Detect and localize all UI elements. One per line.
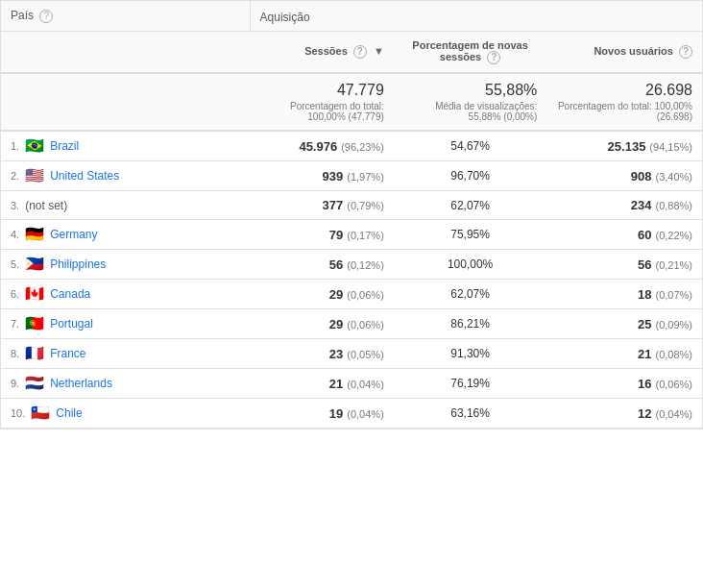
sessoes-pct: (0,04%) [347,408,384,420]
country-flag: 🇧🇷 [25,138,44,154]
novos-pct: (0,07%) [655,289,692,301]
sessoes-pct: (0,04%) [347,379,384,390]
country-cell-7: 7.🇵🇹Portugal [1,309,250,339]
sessoes-subheader[interactable]: Sessões ? ▼ [250,32,394,74]
country-flag: 🇵🇭 [25,257,44,272]
sessoes-cell: 29(0,06%) [250,280,394,309]
country-cell-3: 3.(not set) [1,191,250,220]
sessoes-pct: (0,06%) [347,319,384,331]
porcent-novas-subheader[interactable]: Porcentagem de novas sessões ? [394,32,547,74]
sessoes-value: 939 [323,169,344,184]
country-flag: 🇫🇷 [25,346,44,361]
sessoes-value: 19 [329,406,343,421]
row-number: 3. [11,200,19,211]
sessoes-cell: 939(1,97%) [250,161,394,191]
sessoes-help-icon[interactable]: ? [353,45,367,59]
country-link[interactable]: Germany [50,228,97,241]
novos-value: 12 [638,406,651,421]
porcent-novas-cell: 62,07% [394,191,547,220]
sessoes-cell: 23(0,05%) [250,339,394,369]
totals-novos: 26.698 Porcentagem do total: 100,00% (26… [546,73,702,131]
sessoes-pct: (0,06%) [347,289,384,301]
country-link[interactable]: Netherlands [50,377,112,390]
totals-row: 47.779 Porcentagem do total: 100,00% (47… [1,73,702,131]
row-number: 6. [11,288,19,300]
porcent-novas-cell: 75,95% [394,220,547,250]
table-row: 2.🇺🇸United States939(1,97%)96,70%908(3,4… [1,161,702,191]
novos-pct: (0,04%) [655,408,692,420]
country-flag: 🇺🇸 [25,168,44,184]
country-cell-8: 8.🇫🇷France [1,339,250,369]
novos-value: 908 [631,169,652,184]
novos-value: 16 [638,377,651,391]
porcent-novas-cell: 86,21% [394,309,547,339]
sessoes-cell: 377(0,79%) [250,191,394,220]
row-number: 2. [11,170,19,182]
sessoes-pct: (0,12%) [347,259,384,271]
country-name: (not set) [25,199,67,212]
novos-pct: (0,09%) [655,319,692,331]
novos-pct: (94,15%) [649,141,692,153]
row-number: 1. [11,140,19,152]
country-cell-2: 2.🇺🇸United States [1,161,250,191]
porcent-novas-help-icon[interactable]: ? [487,51,500,64]
pais-help-icon[interactable]: ? [39,10,53,23]
novos-usuarios-help-icon[interactable]: ? [679,45,692,59]
analytics-table: País ? Aquisição Sessões ? ▼ Porcentagem… [0,0,703,429]
sessoes-pct: (0,05%) [347,349,384,360]
novos-usuarios-subheader[interactable]: Novos usuários ? [546,32,702,74]
country-link[interactable]: Portugal [50,317,93,331]
novos-cell: 25.135(94,15%) [546,131,702,161]
country-link[interactable]: Brazil [50,139,79,153]
country-link[interactable]: Philippines [50,257,106,271]
sessoes-pct: (1,97%) [347,171,384,183]
porcent-novas-cell: 54,67% [394,131,547,161]
country-link[interactable]: United States [50,169,119,183]
novos-cell: 25(0,09%) [546,309,702,339]
porcent-novas-cell: 76,19% [394,369,547,399]
country-link[interactable]: Chile [56,406,82,420]
sessoes-pct: (0,79%) [347,200,384,211]
porcent-novas-cell: 91,30% [394,339,547,369]
sessoes-value: 79 [329,228,343,242]
novos-pct: (0,88%) [655,200,692,211]
table-row: 6.🇨🇦Canada29(0,06%)62,07%18(0,07%) [1,280,702,309]
country-link[interactable]: France [50,347,85,360]
sessoes-pct: (96,23%) [341,141,384,153]
novos-cell: 12(0,04%) [546,399,702,429]
aquisicao-header: Aquisição [250,1,702,32]
pais-subheader [1,32,250,74]
country-cell-9: 9.🇳🇱Netherlands [1,369,250,399]
novos-value: 25.135 [608,139,646,154]
row-number: 4. [11,229,19,240]
sessoes-value: 21 [329,377,343,391]
table-row: 10.🇨🇱Chile19(0,04%)63,16%12(0,04%) [1,399,702,429]
sessoes-cell: 45.976(96,23%) [250,131,394,161]
porcent-novas-cell: 63,16% [394,399,547,429]
sessoes-value: 29 [329,287,343,302]
porcent-novas-cell: 96,70% [394,161,547,191]
row-number: 7. [11,318,19,330]
sort-arrow-icon[interactable]: ▼ [374,45,384,57]
table-row: 3.(not set)377(0,79%)62,07%234(0,88%) [1,191,702,220]
novos-cell: 908(3,40%) [546,161,702,191]
country-flag: 🇩🇪 [25,227,44,242]
country-cell-10: 10.🇨🇱Chile [1,399,250,429]
table-row: 8.🇫🇷France23(0,05%)91,30%21(0,08%) [1,339,702,369]
sessoes-cell: 19(0,04%) [250,399,394,429]
table-row: 1.🇧🇷Brazil45.976(96,23%)54,67%25.135(94,… [1,131,702,161]
country-cell-6: 6.🇨🇦Canada [1,280,250,309]
novos-pct: (0,06%) [655,379,692,390]
country-flag: 🇵🇹 [25,316,44,331]
row-number: 8. [11,348,19,359]
porcent-novas-cell: 62,07% [394,280,547,309]
sessoes-pct: (0,17%) [347,230,384,241]
novos-cell: 56(0,21%) [546,250,702,280]
country-link[interactable]: Canada [50,287,90,301]
novos-value: 18 [638,287,651,302]
novos-pct: (0,08%) [655,349,692,360]
sessoes-cell: 79(0,17%) [250,220,394,250]
country-cell-5: 5.🇵🇭Philippines [1,250,250,280]
novos-cell: 18(0,07%) [546,280,702,309]
novos-pct: (3,40%) [655,171,692,183]
